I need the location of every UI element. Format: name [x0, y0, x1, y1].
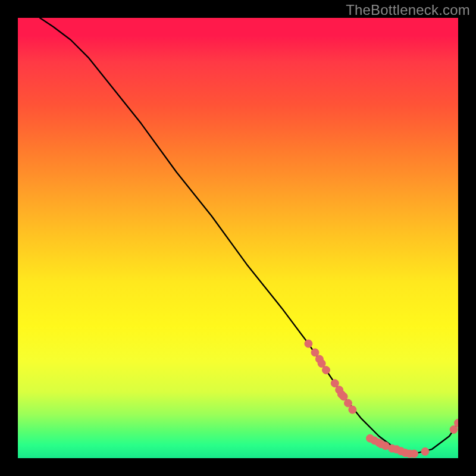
data-marker — [322, 367, 330, 374]
data-marker — [377, 440, 385, 448]
main-curve — [40, 18, 458, 454]
data-marker — [331, 380, 339, 387]
data-marker — [337, 390, 345, 398]
data-marker — [393, 446, 400, 453]
data-marker — [315, 355, 323, 363]
data-marker — [345, 399, 352, 407]
data-marker — [367, 434, 374, 442]
data-marker — [311, 349, 319, 356]
data-marker — [375, 439, 383, 447]
data-marker — [455, 419, 459, 427]
data-marker — [421, 447, 429, 455]
data-marker — [406, 450, 414, 458]
data-marker — [389, 444, 396, 452]
data-marker — [411, 450, 418, 458]
data-marker — [371, 437, 378, 444]
data-marker — [402, 449, 409, 457]
watermark-text: TheBottleneck.com — [346, 2, 470, 18]
chart-frame: TheBottleneck.com — [0, 0, 476, 476]
data-marker — [349, 406, 356, 414]
marker-group — [305, 340, 458, 458]
curve-layer — [18, 18, 458, 458]
data-marker — [336, 386, 343, 394]
data-marker — [340, 393, 347, 400]
data-marker — [450, 425, 458, 433]
plot-area — [18, 18, 458, 458]
data-marker — [397, 447, 405, 455]
data-marker — [305, 340, 312, 347]
data-marker — [318, 359, 325, 367]
data-marker — [381, 442, 389, 450]
